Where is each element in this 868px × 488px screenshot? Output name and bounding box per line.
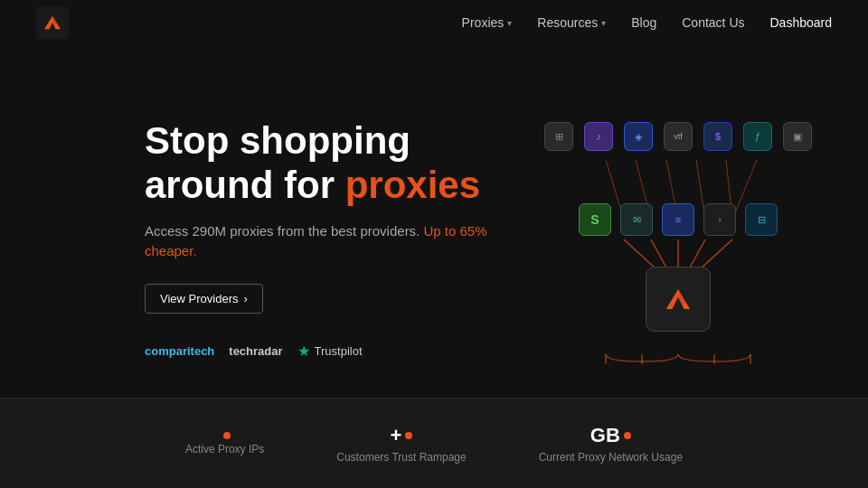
stat-customers: + Customers Trust Rampage bbox=[336, 424, 466, 464]
techradar-logo: techradar bbox=[229, 344, 282, 358]
diagram-icon-node: ƒ bbox=[743, 122, 772, 151]
chevron-down-icon: ▾ bbox=[601, 18, 606, 28]
nav-links: Proxies ▾ Resources ▾ Blog Contact Us Da… bbox=[462, 15, 832, 30]
stats-bar: Active Proxy IPs + Customers Trust Rampa… bbox=[0, 398, 868, 488]
diagram-icon-node: ✉ bbox=[620, 203, 653, 236]
comparitech-logo: comparitech bbox=[145, 344, 214, 358]
nav-item-dashboard[interactable]: Dashboard bbox=[770, 15, 833, 30]
trust-logos: comparitech techradar ★ Trustpilot bbox=[145, 343, 524, 360]
diagram-icon-node: ▣ bbox=[783, 122, 812, 151]
proxy-diagram: ⊞ ♪ ◈ vtf $ ƒ ▣ S ✉ ≡ › ⊟ bbox=[533, 113, 823, 366]
stat-dot-icon bbox=[624, 432, 631, 439]
view-providers-button[interactable]: View Providers › bbox=[145, 284, 263, 314]
hero-diagram: ⊞ ♪ ◈ vtf $ ƒ ▣ S ✉ ≡ › ⊟ bbox=[524, 81, 832, 398]
diagram-icon-node: ♪ bbox=[584, 122, 613, 151]
arrow-icon: › bbox=[243, 292, 247, 305]
trustpilot-star-icon: ★ bbox=[297, 343, 310, 360]
nav-item-blog[interactable]: Blog bbox=[631, 15, 656, 30]
logo-icon bbox=[36, 6, 69, 39]
trustpilot-logo: ★ Trustpilot bbox=[297, 343, 363, 360]
stat-dot-icon bbox=[405, 432, 412, 439]
hero-section: Stop shopping around for proxies Access … bbox=[0, 45, 868, 398]
stat-active-ips: Active Proxy IPs bbox=[185, 432, 264, 455]
diagram-icon-node: $ bbox=[703, 122, 732, 151]
stat-customers-number: + bbox=[391, 424, 413, 447]
diagram-icon-node: ≡ bbox=[662, 203, 694, 236]
chevron-down-icon: ▾ bbox=[507, 18, 512, 28]
diagram-icon-node: S bbox=[579, 203, 611, 236]
diagram-center-logo bbox=[646, 267, 711, 332]
diagram-icon-node: ⊞ bbox=[544, 122, 573, 151]
navbar: Proxies ▾ Resources ▾ Blog Contact Us Da… bbox=[0, 0, 868, 45]
diagram-icon-node: vtf bbox=[664, 122, 693, 151]
stat-customers-label: Customers Trust Rampage bbox=[336, 451, 466, 464]
logo[interactable] bbox=[36, 6, 69, 39]
stat-network-usage-label: Current Proxy Network Usage bbox=[539, 451, 683, 464]
hero-subtitle: Access 290M proxies from the best provid… bbox=[145, 221, 524, 262]
diagram-top-row: ⊞ ♪ ◈ vtf $ ƒ ▣ bbox=[533, 122, 823, 151]
nav-item-resources[interactable]: Resources ▾ bbox=[537, 15, 606, 30]
center-logo-icon bbox=[658, 279, 698, 319]
stat-active-ips-number bbox=[220, 432, 231, 439]
nav-item-proxies[interactable]: Proxies ▾ bbox=[462, 15, 513, 30]
stat-network-usage: GB Current Proxy Network Usage bbox=[539, 424, 683, 464]
hero-content: Stop shopping around for proxies Access … bbox=[145, 119, 524, 360]
diagram-mid-row: S ✉ ≡ › ⊟ bbox=[533, 203, 823, 236]
nav-item-contact[interactable]: Contact Us bbox=[682, 15, 744, 30]
stat-network-usage-number: GB bbox=[590, 424, 631, 447]
hero-title: Stop shopping around for proxies bbox=[145, 119, 524, 207]
stat-active-ips-label: Active Proxy IPs bbox=[185, 443, 264, 455]
diagram-icon-node: › bbox=[703, 203, 736, 236]
diagram-icon-node: ◈ bbox=[624, 122, 653, 151]
stat-dot-icon bbox=[223, 432, 231, 439]
diagram-icon-node: ⊟ bbox=[745, 203, 778, 236]
